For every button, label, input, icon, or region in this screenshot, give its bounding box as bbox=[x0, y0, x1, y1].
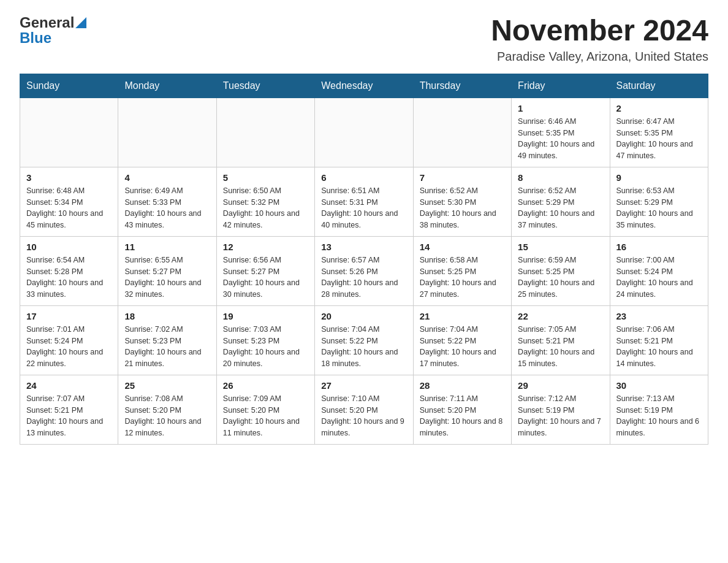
day-info: Sunrise: 6:46 AMSunset: 5:35 PMDaylight:… bbox=[518, 117, 594, 160]
page-header: General Blue November 2024 Paradise Vall… bbox=[20, 15, 708, 64]
day-number: 27 bbox=[321, 380, 406, 391]
day-info: Sunrise: 6:58 AMSunset: 5:25 PMDaylight:… bbox=[420, 256, 496, 299]
day-info: Sunrise: 7:12 AMSunset: 5:19 PMDaylight:… bbox=[518, 394, 601, 437]
calendar-cell: 23Sunrise: 7:06 AMSunset: 5:21 PMDayligh… bbox=[610, 305, 708, 375]
day-info: Sunrise: 7:04 AMSunset: 5:22 PMDaylight:… bbox=[420, 325, 496, 368]
day-info: Sunrise: 6:48 AMSunset: 5:34 PMDaylight:… bbox=[26, 186, 103, 229]
week-row-1: 1Sunrise: 6:46 AMSunset: 5:35 PMDaylight… bbox=[20, 98, 708, 167]
day-number: 18 bbox=[124, 311, 210, 321]
day-number: 25 bbox=[124, 380, 210, 391]
calendar-cell: 27Sunrise: 7:10 AMSunset: 5:20 PMDayligh… bbox=[315, 375, 413, 444]
day-info: Sunrise: 6:57 AMSunset: 5:26 PMDaylight:… bbox=[321, 256, 398, 299]
weekday-header-monday: Monday bbox=[118, 74, 216, 98]
day-number: 7 bbox=[420, 172, 505, 183]
weekday-header-wednesday: Wednesday bbox=[315, 74, 413, 98]
location-subtitle: Paradise Valley, Arizona, United States bbox=[491, 50, 708, 64]
day-info: Sunrise: 7:08 AMSunset: 5:20 PMDaylight:… bbox=[124, 394, 201, 437]
week-row-3: 10Sunrise: 6:54 AMSunset: 5:28 PMDayligh… bbox=[20, 236, 708, 305]
day-number: 2 bbox=[616, 103, 702, 113]
calendar-cell bbox=[118, 98, 216, 167]
day-number: 5 bbox=[223, 172, 308, 183]
logo: General Blue bbox=[20, 15, 86, 47]
day-number: 24 bbox=[26, 380, 112, 391]
day-info: Sunrise: 6:47 AMSunset: 5:35 PMDaylight:… bbox=[616, 117, 693, 160]
calendar-cell: 6Sunrise: 6:51 AMSunset: 5:31 PMDaylight… bbox=[315, 167, 413, 236]
calendar-cell bbox=[315, 98, 413, 167]
weekday-header-friday: Friday bbox=[512, 74, 610, 98]
day-number: 29 bbox=[518, 380, 603, 391]
day-info: Sunrise: 7:03 AMSunset: 5:23 PMDaylight:… bbox=[223, 325, 300, 368]
day-number: 19 bbox=[223, 311, 308, 321]
logo-blue-text: Blue bbox=[20, 29, 51, 47]
calendar-cell: 24Sunrise: 7:07 AMSunset: 5:21 PMDayligh… bbox=[20, 375, 118, 444]
day-number: 6 bbox=[321, 172, 406, 183]
day-number: 10 bbox=[26, 242, 112, 252]
svg-marker-0 bbox=[75, 17, 86, 28]
calendar-cell: 22Sunrise: 7:05 AMSunset: 5:21 PMDayligh… bbox=[512, 305, 610, 375]
calendar-cell: 5Sunrise: 6:50 AMSunset: 5:32 PMDaylight… bbox=[216, 167, 314, 236]
weekday-header-saturday: Saturday bbox=[610, 74, 708, 98]
calendar-cell: 26Sunrise: 7:09 AMSunset: 5:20 PMDayligh… bbox=[216, 375, 314, 444]
day-number: 1 bbox=[518, 103, 603, 113]
day-info: Sunrise: 7:07 AMSunset: 5:21 PMDaylight:… bbox=[26, 394, 103, 437]
calendar-cell: 16Sunrise: 7:00 AMSunset: 5:24 PMDayligh… bbox=[610, 236, 708, 305]
day-info: Sunrise: 6:55 AMSunset: 5:27 PMDaylight:… bbox=[124, 256, 201, 299]
calendar-cell: 14Sunrise: 6:58 AMSunset: 5:25 PMDayligh… bbox=[413, 236, 511, 305]
month-title: November 2024 bbox=[491, 15, 708, 47]
day-number: 8 bbox=[518, 172, 603, 183]
calendar-cell: 7Sunrise: 6:52 AMSunset: 5:30 PMDaylight… bbox=[413, 167, 511, 236]
day-info: Sunrise: 7:00 AMSunset: 5:24 PMDaylight:… bbox=[616, 256, 693, 299]
weekday-header-tuesday: Tuesday bbox=[216, 74, 314, 98]
day-info: Sunrise: 7:02 AMSunset: 5:23 PMDaylight:… bbox=[124, 325, 201, 368]
day-number: 9 bbox=[616, 172, 702, 183]
calendar-cell: 21Sunrise: 7:04 AMSunset: 5:22 PMDayligh… bbox=[413, 305, 511, 375]
day-info: Sunrise: 7:04 AMSunset: 5:22 PMDaylight:… bbox=[321, 325, 398, 368]
day-info: Sunrise: 6:56 AMSunset: 5:27 PMDaylight:… bbox=[223, 256, 300, 299]
day-info: Sunrise: 6:49 AMSunset: 5:33 PMDaylight:… bbox=[124, 186, 201, 229]
calendar-cell: 29Sunrise: 7:12 AMSunset: 5:19 PMDayligh… bbox=[512, 375, 610, 444]
weekday-header-thursday: Thursday bbox=[413, 74, 511, 98]
day-number: 13 bbox=[321, 242, 406, 252]
week-row-4: 17Sunrise: 7:01 AMSunset: 5:24 PMDayligh… bbox=[20, 305, 708, 375]
day-number: 23 bbox=[616, 311, 702, 321]
calendar-cell bbox=[20, 98, 118, 167]
day-number: 4 bbox=[124, 172, 210, 183]
calendar-cell bbox=[216, 98, 314, 167]
week-row-2: 3Sunrise: 6:48 AMSunset: 5:34 PMDaylight… bbox=[20, 167, 708, 236]
day-info: Sunrise: 7:13 AMSunset: 5:19 PMDaylight:… bbox=[616, 394, 700, 437]
day-number: 20 bbox=[321, 311, 406, 321]
calendar-cell: 4Sunrise: 6:49 AMSunset: 5:33 PMDaylight… bbox=[118, 167, 216, 236]
day-number: 15 bbox=[518, 242, 603, 252]
calendar-cell: 9Sunrise: 6:53 AMSunset: 5:29 PMDaylight… bbox=[610, 167, 708, 236]
weekday-header-row: SundayMondayTuesdayWednesdayThursdayFrid… bbox=[20, 74, 708, 98]
calendar-cell: 15Sunrise: 6:59 AMSunset: 5:25 PMDayligh… bbox=[512, 236, 610, 305]
calendar-cell: 30Sunrise: 7:13 AMSunset: 5:19 PMDayligh… bbox=[610, 375, 708, 444]
day-info: Sunrise: 7:11 AMSunset: 5:20 PMDaylight:… bbox=[420, 394, 503, 437]
day-info: Sunrise: 7:09 AMSunset: 5:20 PMDaylight:… bbox=[223, 394, 300, 437]
day-number: 11 bbox=[124, 242, 210, 252]
day-info: Sunrise: 6:50 AMSunset: 5:32 PMDaylight:… bbox=[223, 186, 300, 229]
day-info: Sunrise: 7:10 AMSunset: 5:20 PMDaylight:… bbox=[321, 394, 404, 437]
calendar-cell: 10Sunrise: 6:54 AMSunset: 5:28 PMDayligh… bbox=[20, 236, 118, 305]
title-area: November 2024 Paradise Valley, Arizona, … bbox=[491, 15, 708, 64]
calendar-cell: 3Sunrise: 6:48 AMSunset: 5:34 PMDaylight… bbox=[20, 167, 118, 236]
day-info: Sunrise: 7:05 AMSunset: 5:21 PMDaylight:… bbox=[518, 325, 594, 368]
day-number: 22 bbox=[518, 311, 603, 321]
calendar-cell: 17Sunrise: 7:01 AMSunset: 5:24 PMDayligh… bbox=[20, 305, 118, 375]
day-number: 30 bbox=[616, 380, 702, 391]
weekday-header-sunday: Sunday bbox=[20, 74, 118, 98]
calendar-cell: 20Sunrise: 7:04 AMSunset: 5:22 PMDayligh… bbox=[315, 305, 413, 375]
calendar-cell: 12Sunrise: 6:56 AMSunset: 5:27 PMDayligh… bbox=[216, 236, 314, 305]
day-info: Sunrise: 6:53 AMSunset: 5:29 PMDaylight:… bbox=[616, 186, 693, 229]
calendar-cell: 8Sunrise: 6:52 AMSunset: 5:29 PMDaylight… bbox=[512, 167, 610, 236]
calendar-table: SundayMondayTuesdayWednesdayThursdayFrid… bbox=[20, 74, 708, 445]
calendar-cell: 1Sunrise: 6:46 AMSunset: 5:35 PMDaylight… bbox=[512, 98, 610, 167]
day-number: 28 bbox=[420, 380, 505, 391]
calendar-cell: 18Sunrise: 7:02 AMSunset: 5:23 PMDayligh… bbox=[118, 305, 216, 375]
calendar-cell: 2Sunrise: 6:47 AMSunset: 5:35 PMDaylight… bbox=[610, 98, 708, 167]
calendar-cell: 11Sunrise: 6:55 AMSunset: 5:27 PMDayligh… bbox=[118, 236, 216, 305]
calendar-cell bbox=[413, 98, 511, 167]
day-info: Sunrise: 6:52 AMSunset: 5:29 PMDaylight:… bbox=[518, 186, 594, 229]
day-number: 26 bbox=[223, 380, 308, 391]
day-number: 3 bbox=[26, 172, 112, 183]
